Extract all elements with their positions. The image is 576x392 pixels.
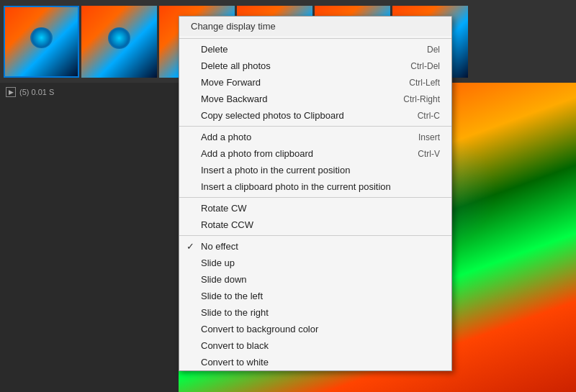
- play-icon: ▶: [6, 87, 16, 97]
- menu-item-insert-clipboard-current[interactable]: Insert a clipboard photo in the current …: [179, 178, 451, 195]
- menu-item-move-backward-label: Move Backward: [201, 94, 267, 104]
- menu-item-slide-down[interactable]: Slide down: [179, 271, 451, 288]
- menu-item-slide-up-label: Slide up: [201, 257, 235, 268]
- menu-header[interactable]: Change display time: [179, 17, 451, 36]
- menu-item-move-forward[interactable]: Move Forward Ctrl-Left: [179, 74, 451, 91]
- separator-3: [179, 197, 451, 198]
- menu-item-move-forward-label: Move Forward: [201, 77, 261, 88]
- menu-item-rotate-ccw-label: Rotate CCW: [201, 219, 253, 230]
- menu-item-delete-all-shortcut: Ctrl-Del: [410, 61, 440, 71]
- menu-item-no-effect-label: No effect: [201, 241, 238, 252]
- menu-header-label: Change display time: [191, 21, 276, 32]
- menu-item-delete-all[interactable]: Delete all photos Ctrl-Del: [179, 58, 451, 74]
- menu-item-copy-clipboard-shortcut: Ctrl-C: [418, 111, 440, 121]
- menu-item-move-backward-shortcut: Ctrl-Right: [403, 94, 440, 104]
- left-sidebar: ▶ (5) 0.01 S: [0, 83, 179, 392]
- menu-item-copy-clipboard-label: Copy selected photos to Clipboard: [201, 110, 344, 121]
- menu-item-rotate-ccw[interactable]: Rotate CCW: [179, 216, 451, 233]
- separator-1: [179, 38, 451, 39]
- menu-item-rotate-cw[interactable]: Rotate CW: [179, 200, 451, 216]
- menu-item-convert-white-label: Convert to white: [201, 357, 269, 368]
- menu-item-delete-label: Delete: [201, 44, 228, 55]
- sidebar-time-label: (5) 0.01 S: [19, 88, 54, 96]
- menu-item-add-from-clipboard-shortcut: Ctrl-V: [418, 149, 440, 159]
- menu-item-insert-clipboard-current-label: Insert a clipboard photo in the current …: [201, 181, 391, 192]
- menu-item-delete-all-label: Delete all photos: [201, 60, 271, 71]
- menu-item-convert-bg-label: Convert to background color: [201, 324, 318, 334]
- menu-item-move-backward[interactable]: Move Backward Ctrl-Right: [179, 91, 451, 107]
- menu-item-insert-current[interactable]: Insert a photo in the current position: [179, 162, 451, 178]
- menu-item-copy-clipboard[interactable]: Copy selected photos to Clipboard Ctrl-C: [179, 107, 451, 124]
- menu-item-slide-right[interactable]: Slide to the right: [179, 304, 451, 321]
- menu-item-delete-shortcut: Del: [427, 45, 440, 55]
- check-icon: ✓: [186, 241, 194, 252]
- separator-2: [179, 126, 451, 127]
- menu-item-convert-white[interactable]: Convert to white: [179, 354, 451, 370]
- menu-item-convert-black[interactable]: Convert to black: [179, 337, 451, 354]
- menu-item-convert-black-label: Convert to black: [201, 340, 269, 351]
- menu-item-add-photo[interactable]: Add a photo Insert: [179, 129, 451, 145]
- menu-item-move-forward-shortcut: Ctrl-Left: [409, 78, 440, 88]
- menu-item-delete[interactable]: Delete Del: [179, 41, 451, 58]
- menu-item-slide-right-label: Slide to the right: [201, 307, 269, 318]
- menu-item-add-photo-shortcut: Insert: [418, 132, 440, 142]
- menu-item-slide-down-label: Slide down: [201, 274, 247, 285]
- sidebar-label: ▶ (5) 0.01 S: [0, 83, 179, 101]
- separator-4: [179, 235, 451, 236]
- filmstrip-thumb-1[interactable]: [4, 6, 79, 78]
- menu-item-slide-up[interactable]: Slide up: [179, 255, 451, 271]
- menu-item-insert-current-label: Insert a photo in the current position: [201, 165, 350, 176]
- menu-item-rotate-cw-label: Rotate CW: [201, 203, 247, 214]
- menu-item-convert-bg[interactable]: Convert to background color: [179, 321, 451, 337]
- menu-item-add-from-clipboard-label: Add a photo from clipboard: [201, 148, 313, 159]
- menu-item-add-photo-label: Add a photo: [201, 132, 251, 142]
- menu-item-add-from-clipboard[interactable]: Add a photo from clipboard Ctrl-V: [179, 145, 451, 162]
- context-menu: Change display time Delete Del Delete al…: [179, 16, 452, 371]
- filmstrip-thumb-2[interactable]: [81, 6, 157, 78]
- menu-item-no-effect[interactable]: ✓ No effect: [179, 238, 451, 255]
- menu-item-slide-left-label: Slide to the left: [201, 291, 263, 301]
- menu-item-slide-left[interactable]: Slide to the left: [179, 288, 451, 304]
